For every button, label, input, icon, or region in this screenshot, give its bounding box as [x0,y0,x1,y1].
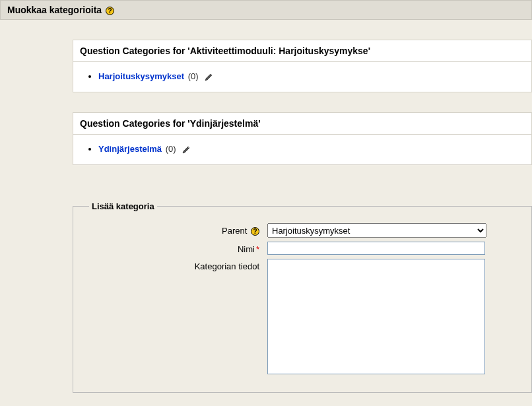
info-textarea[interactable] [267,259,485,374]
page-header: Muokkaa kategorioita ? [0,0,532,20]
required-star: * [256,244,259,254]
edit-icon[interactable] [205,73,213,81]
category-box-header: Question Categories for 'Ydinjärjestelmä… [73,113,531,135]
category-box-body: Ydinjärjestelmä (0) [73,135,531,164]
label-name: Nimi* [89,242,267,254]
edit-icon[interactable] [182,146,190,154]
name-field[interactable] [267,242,485,255]
label-parent: Parent ? [89,223,267,236]
category-link[interactable]: Harjoituskysymykset [98,71,184,81]
help-icon[interactable]: ? [106,7,114,15]
category-box-system: Question Categories for 'Ydinjärjestelmä… [73,112,532,165]
label-text: Kategorian tiedot [195,261,259,271]
category-count: (0) [166,144,176,154]
fieldset-legend: Lisää kategoria [89,201,157,211]
label-info: Kategorian tiedot [89,259,267,271]
parent-select[interactable]: Harjoituskysymykset [267,223,486,238]
category-count: (0) [188,71,199,81]
add-category-fieldset: Lisää kategoria Parent ? Harjoituskysymy… [73,201,532,393]
label-text: Parent [222,226,247,236]
list-item: Ydinjärjestelmä (0) [98,143,525,155]
list-item: Harjoituskysymykset (0) [98,70,525,83]
category-box-activity: Question Categories for 'Aktiviteettimod… [73,40,532,92]
form-row-name: Nimi* [89,242,515,255]
label-text: Nimi [238,244,255,254]
category-link[interactable]: Ydinjärjestelmä [98,144,162,154]
help-icon[interactable]: ? [251,227,259,236]
form-row-parent: Parent ? Harjoituskysymykset [89,223,515,238]
page-title: Muokkaa kategorioita [7,5,102,15]
form-row-info: Kategorian tiedot [89,259,515,376]
category-box-body: Harjoituskysymykset (0) [73,62,531,92]
category-box-header: Question Categories for 'Aktiviteettimod… [73,40,531,62]
